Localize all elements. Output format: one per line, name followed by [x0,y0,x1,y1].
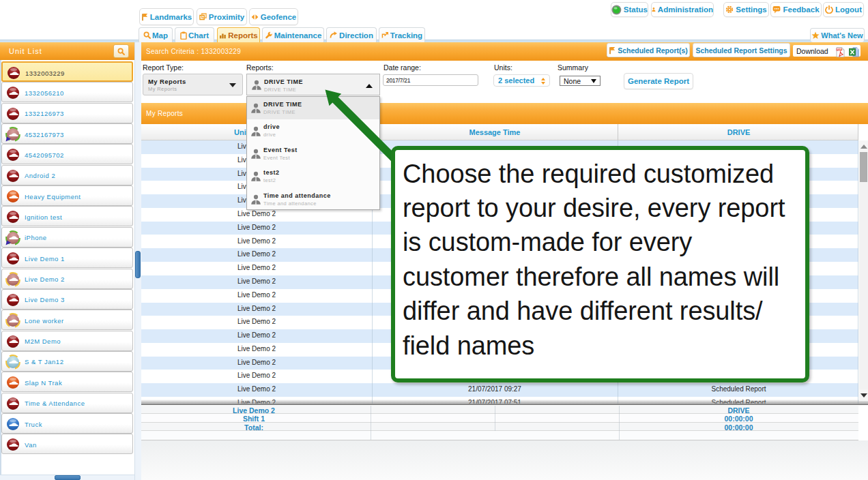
svg-text:PDF: PDF [837,48,841,51]
